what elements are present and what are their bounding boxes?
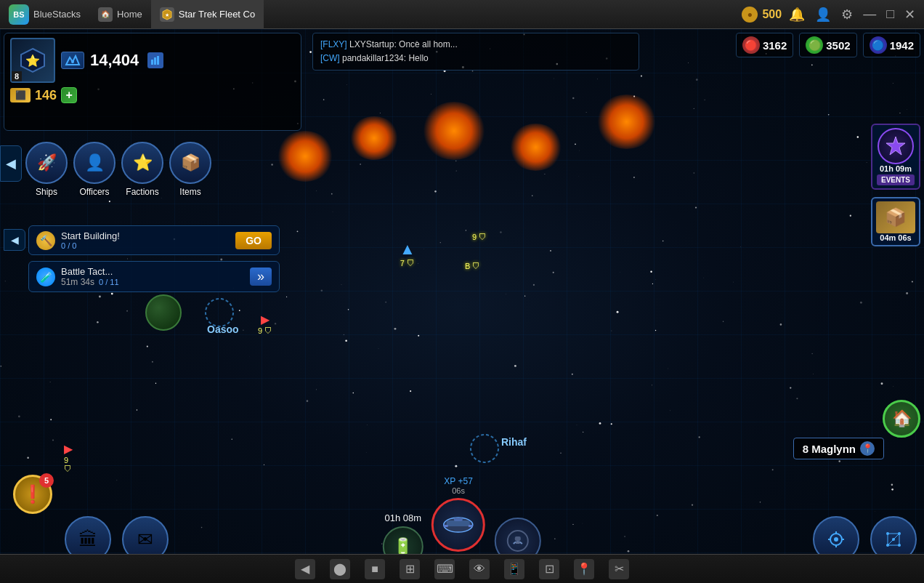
svg-rect-9 xyxy=(157,56,159,65)
nav-factions-label: Factions xyxy=(126,187,158,197)
events-icon xyxy=(878,128,914,164)
alert-button[interactable]: ❗ 5 xyxy=(13,475,52,514)
bluestacks-logo: BS xyxy=(9,4,29,25)
quest-build: 🔨 Start Building! 0 / 0 GO xyxy=(28,225,280,255)
svg-text:⭐: ⭐ xyxy=(25,54,40,68)
nav-officers-label: Officers xyxy=(79,187,109,197)
chat-name-2: pandakillar1234: xyxy=(342,53,408,63)
explosion-visual-3 xyxy=(421,102,487,160)
fleet-marker-2: 9 ⛉ xyxy=(472,233,487,241)
explosion-3 xyxy=(421,102,487,160)
ore-resource: 🔴 3162 xyxy=(736,33,793,57)
chat-prefix-1: [FLXY] xyxy=(320,39,349,49)
game-tab[interactable]: ★ Star Trek Fleet Co xyxy=(151,0,264,29)
svg-rect-12 xyxy=(447,520,470,526)
fleet-count-3: B ⛉ xyxy=(465,262,480,270)
quest-build-text: Start Building! xyxy=(61,230,230,241)
location-ring-rihaf xyxy=(469,433,500,467)
add-currency-button[interactable]: + xyxy=(61,87,77,103)
location-text: 8 Maglynn xyxy=(803,443,856,455)
nav-ships[interactable]: 🚀 Ships xyxy=(25,142,68,197)
fleet-ship-icon-1: ▲ xyxy=(400,240,416,259)
quest-battle: 🧪 Battle Tact... 51m 34s 0 / 11 » xyxy=(28,261,280,292)
nav-collapse-arrow[interactable]: ◀ xyxy=(0,145,22,182)
location-ring-oasoo xyxy=(203,297,235,331)
bs-eye-button[interactable]: 👁 xyxy=(469,559,490,579)
explosion-visual-4 xyxy=(508,124,563,171)
settings-icon[interactable]: ⚙ xyxy=(841,7,853,23)
bs-location-button[interactable]: 📍 xyxy=(574,559,594,579)
bs-phone-button[interactable]: 📱 xyxy=(504,559,524,579)
alert-fleet-marker: ▶ 9 ⛉ xyxy=(64,442,73,473)
player-info-panel: ⭐ 8 14,404 xyxy=(4,33,301,131)
rank-info: 14,404 xyxy=(61,51,163,70)
quest-battle-skip-button[interactable]: » xyxy=(250,268,272,286)
svg-rect-13 xyxy=(454,518,463,521)
svg-rect-15 xyxy=(469,525,473,527)
explosion-2 xyxy=(349,116,400,160)
chat-prefix-2: [CW] xyxy=(320,53,342,63)
bs-home-button[interactable]: ⬤ xyxy=(330,559,350,579)
explosion-visual-2 xyxy=(349,116,400,160)
quest-build-go-button[interactable]: GO xyxy=(235,232,272,249)
window-close-icon[interactable]: ✕ xyxy=(904,7,915,23)
explosion-1 xyxy=(276,131,334,182)
quests-collapse-arrow[interactable]: ◀ xyxy=(4,229,25,251)
window-restore-icon[interactable]: □ xyxy=(886,7,894,22)
events-box[interactable]: 01h 09m EVENTS xyxy=(871,124,920,190)
chat-msg-2: Hello xyxy=(408,53,428,63)
nav-factions[interactable]: ⭐ Factions xyxy=(121,142,163,197)
quest-build-info: Start Building! 0 / 0 xyxy=(61,230,230,250)
svg-point-24 xyxy=(834,537,838,542)
currency-icon: ⬛ xyxy=(10,88,31,102)
bs-scissors-button[interactable]: ✂ xyxy=(609,559,629,579)
arrow-icon: ▶ xyxy=(261,313,270,326)
ship-battle-button[interactable] xyxy=(431,498,485,552)
bs-keyboard-button[interactable]: ⊞ xyxy=(400,559,420,579)
nav-items-icon: 📦 xyxy=(169,142,211,184)
svg-point-3 xyxy=(471,435,498,462)
user-icon[interactable]: 👤 xyxy=(815,7,831,23)
explosion-4 xyxy=(508,124,563,171)
svg-rect-8 xyxy=(154,57,156,65)
quest-battle-text: Battle Tact... xyxy=(61,266,244,277)
fleet-marker-1: ▲ 7 ⛉ xyxy=(400,240,416,268)
xp-time-label: 06s xyxy=(452,486,465,495)
player-top-row: ⭐ 8 14,404 xyxy=(4,33,301,87)
planet-visual xyxy=(145,294,182,331)
nav-officers[interactable]: 👤 Officers xyxy=(73,142,115,197)
bs-back-button[interactable]: ◀ xyxy=(295,559,315,579)
crystal-value: 3502 xyxy=(826,39,850,52)
fleet-count-1: 7 ⛉ xyxy=(400,259,415,268)
arrow-count: 9 ⛉ xyxy=(258,326,272,335)
bluestacks-logo-tab[interactable]: BS BlueStacks xyxy=(0,0,89,29)
svg-rect-17 xyxy=(514,536,520,541)
planet-oasoo xyxy=(145,294,182,331)
fleet-count-2: 9 ⛉ xyxy=(472,233,487,241)
svg-rect-18 xyxy=(515,542,519,544)
bs-keyboard2-button[interactable]: ⌨ xyxy=(434,559,455,579)
crate-box[interactable]: 📦 04m 06s xyxy=(871,197,920,246)
rank-icon xyxy=(61,52,84,69)
nav-items-label: Items xyxy=(179,187,200,197)
nav-factions-icon: ⭐ xyxy=(121,142,163,184)
nav-row: ◀ 🚀 Ships 👤 Officers ⭐ Factions 📦 Items xyxy=(0,138,215,201)
game-tab-label: Star Trek Fleet Co xyxy=(179,9,255,20)
chat-name-1: LXYStartup: xyxy=(349,39,399,49)
currency-row: ⬛ 146 + xyxy=(4,87,301,108)
nav-items[interactable]: 📦 Items xyxy=(169,142,211,197)
events-label: EVENTS xyxy=(877,174,915,185)
alert-count: 5 xyxy=(39,473,54,488)
bluestacks-bottom-bar: ◀ ⬤ ■ ⊞ ⌨ 👁 📱 ⊡ 📍 ✂ xyxy=(0,554,924,583)
bs-recent-button[interactable]: ■ xyxy=(365,559,385,579)
currency-value: 146 xyxy=(35,88,57,103)
coin-icon-header: ● xyxy=(742,7,758,23)
quest-battle-meta: 51m 34s 0 / 11 xyxy=(61,277,244,287)
svg-rect-14 xyxy=(444,525,448,527)
home-button[interactable]: 🏠 xyxy=(883,400,920,438)
player-score: 14,404 xyxy=(90,51,139,70)
home-tab[interactable]: 🏠 Home xyxy=(89,0,151,29)
bell-icon[interactable]: 🔔 xyxy=(789,7,805,23)
window-minimize-icon[interactable]: — xyxy=(863,7,876,22)
bs-screen-button[interactable]: ⊡ xyxy=(539,559,559,579)
